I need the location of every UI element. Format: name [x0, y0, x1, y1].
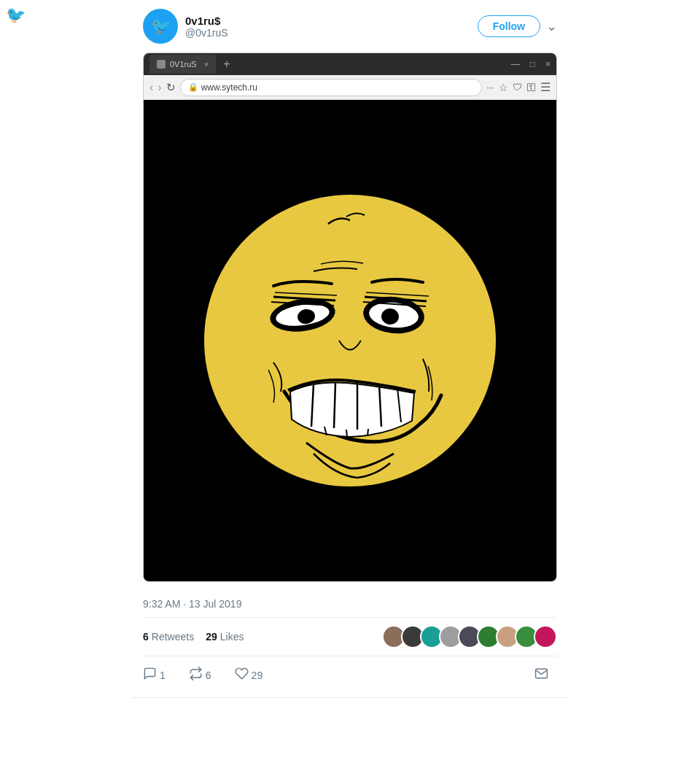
refresh-button[interactable]: ↻ — [166, 81, 176, 94]
tweet-actions: 1 6 — [143, 656, 557, 697]
browser-titlebar: 0V1ruS × + — □ × — [144, 53, 556, 75]
likers-avatar-group — [382, 625, 557, 648]
security-icon: ⚿ — [526, 82, 536, 93]
svg-line-21 — [368, 429, 368, 436]
browser-content — [144, 100, 556, 581]
retweet-stat: 6 Retweets — [143, 631, 194, 643]
troll-face-image — [160, 151, 540, 530]
like-action[interactable]: 29 — [235, 662, 272, 688]
chevron-down-icon[interactable]: ⌄ — [546, 18, 557, 34]
browser-tab: 0V1ruS × — [149, 55, 216, 74]
tab-favicon — [157, 60, 166, 69]
svg-line-20 — [346, 430, 347, 437]
retweet-label: Retweets — [152, 631, 194, 643]
tab-close-icon: × — [204, 60, 209, 69]
tweet-stats: 6 Retweets 29 Likes — [143, 618, 557, 656]
retweet-count: 6 — [143, 631, 149, 643]
likes-label: Likes — [220, 631, 244, 643]
liker-avatar-9[interactable] — [534, 625, 557, 648]
retweet-icon — [189, 667, 203, 684]
back-button[interactable]: ‹ — [149, 81, 153, 94]
browser-screenshot: 0V1ruS × + — □ × ‹ › ↻ 🔒 www.sytech.ru — [143, 53, 557, 582]
minimize-icon: — — [511, 59, 520, 69]
avatar-icon: 🐦 — [151, 17, 171, 36]
likes-count: 29 — [206, 631, 217, 643]
more-menu-icon[interactable]: ··· — [486, 82, 494, 93]
reply-count: 1 — [160, 670, 166, 681]
forward-button[interactable]: › — [158, 81, 161, 94]
window-close-icon: × — [545, 59, 551, 69]
retweet-action[interactable]: 6 — [189, 662, 220, 688]
svg-point-1 — [204, 195, 496, 486]
shield-icon: 🛡 — [513, 82, 522, 93]
reply-icon — [143, 667, 157, 684]
mail-icon — [534, 667, 548, 684]
reply-action[interactable]: 1 — [143, 662, 174, 688]
tab-title: 0V1ruS — [170, 60, 197, 69]
follow-button[interactable]: Follow — [478, 15, 540, 37]
browser-addressbar: ‹ › ↻ 🔒 www.sytech.ru ··· ☆ 🛡 ⚿ ☰ — [144, 75, 556, 100]
heart-icon — [235, 667, 249, 684]
username: @0v1ruS — [185, 27, 228, 39]
dm-action[interactable] — [534, 662, 557, 688]
address-bar[interactable]: 🔒 www.sytech.ru — [180, 79, 483, 96]
tweet-header: 🐦 0v1ru$ @0v1ruS Follow ⌄ — [143, 9, 557, 44]
user-info: 0v1ru$ @0v1ruS — [185, 15, 228, 39]
tab-add-icon: + — [223, 58, 230, 71]
menu-icon[interactable]: ☰ — [540, 80, 551, 94]
url-text: www.sytech.ru — [201, 82, 257, 93]
like-action-count: 29 — [252, 670, 263, 681]
maximize-icon: □ — [530, 59, 535, 69]
avatar[interactable]: 🐦 — [143, 9, 178, 44]
likes-stat: 29 Likes — [206, 631, 244, 643]
lock-icon: 🔒 — [188, 82, 198, 92]
bookmark-star-icon[interactable]: ☆ — [499, 82, 508, 93]
tweet-timestamp: 9:32 AM · 13 Jul 2019 — [143, 591, 557, 618]
retweet-action-count: 6 — [206, 670, 211, 681]
twitter-bird-icon: 🐦 — [6, 6, 26, 25]
display-name: 0v1ru$ — [185, 15, 228, 27]
browser-toolbar-right: ··· ☆ 🛡 ⚿ ☰ — [486, 80, 551, 94]
